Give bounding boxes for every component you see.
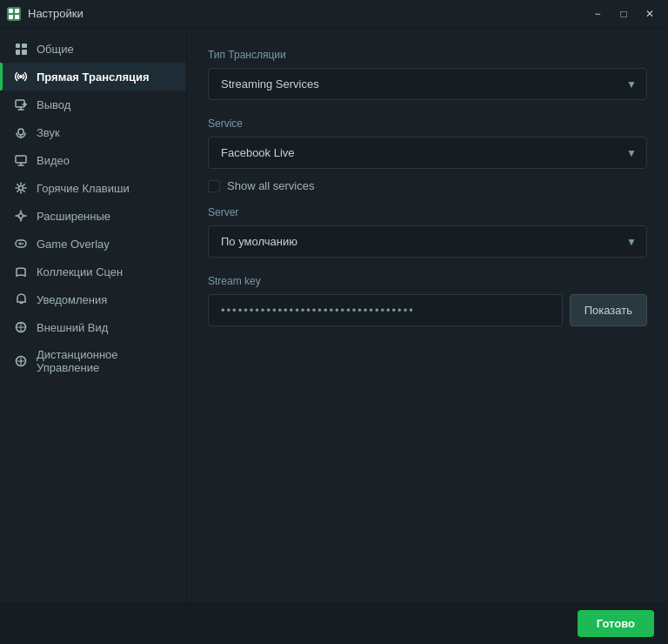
show-all-services-label[interactable]: Show all services (227, 179, 314, 192)
svg-rect-7 (16, 156, 26, 163)
server-section: Server По умолчанию ▼ (208, 206, 647, 258)
stream-key-row: Показать (208, 294, 647, 326)
stream-key-section: Stream key Показать (208, 275, 647, 326)
sidebar-item-collections[interactable]: Коллекции Сцен (0, 258, 186, 285)
sidebar: Общие Прямая Трансляция (0, 28, 187, 602)
svg-rect-5 (16, 100, 24, 107)
footer: Готово (0, 602, 668, 644)
monitor-icon (14, 153, 28, 167)
sidebar-label-appearance: Внешний Вид (37, 321, 108, 334)
advanced-icon (14, 209, 28, 223)
sidebar-label-gameoverlay: Game Overlay (37, 238, 110, 251)
svg-point-4 (19, 75, 23, 78)
titlebar-controls: − □ ✕ (586, 5, 661, 23)
grid-icon (14, 42, 28, 56)
svg-rect-2 (9, 15, 13, 19)
app-icon (7, 7, 21, 21)
service-section: Service Facebook Live Twitch YouTube / Y… (208, 117, 647, 169)
gamepad-icon (14, 237, 28, 251)
signal-icon (14, 70, 28, 84)
svg-rect-0 (9, 9, 13, 13)
gear-icon (14, 181, 28, 195)
service-wrapper: Facebook Live Twitch YouTube / YouTube G… (208, 137, 647, 169)
sidebar-label-general: Общие (37, 43, 74, 56)
sidebar-item-stream[interactable]: Прямая Трансляция (0, 63, 186, 91)
stream-type-section: Тип Трансляции Streaming Services Custom… (208, 49, 647, 100)
stream-key-input[interactable] (208, 294, 563, 326)
show-all-services-row: Show all services (208, 179, 647, 192)
audio-icon (14, 125, 28, 139)
svg-rect-3 (15, 15, 19, 19)
sidebar-item-video[interactable]: Видео (0, 146, 186, 174)
maximize-button[interactable]: □ (612, 5, 635, 23)
show-key-button[interactable]: Показать (570, 294, 647, 326)
sidebar-label-video: Видео (37, 154, 70, 167)
svg-point-11 (22, 243, 23, 245)
main-layout: Общие Прямая Трансляция (0, 28, 668, 602)
stream-type-select[interactable]: Streaming Services Custom RTMP Server Cu… (208, 68, 647, 100)
stream-key-label: Stream key (208, 275, 647, 287)
stream-type-wrapper: Streaming Services Custom RTMP Server Cu… (208, 68, 647, 100)
sidebar-item-appearance[interactable]: Внешний Вид (0, 313, 186, 341)
service-select[interactable]: Facebook Live Twitch YouTube / YouTube G… (208, 137, 647, 169)
server-select[interactable]: По умолчанию (208, 225, 647, 258)
show-all-services-checkbox[interactable] (208, 180, 220, 192)
service-label: Service (208, 117, 647, 130)
sidebar-label-hotkeys: Горячие Клавиши (37, 182, 130, 195)
titlebar: Настройки − □ ✕ (0, 0, 668, 28)
sidebar-label-audio: Звук (37, 126, 60, 139)
remote-icon (14, 354, 28, 368)
svg-rect-6 (18, 129, 23, 135)
display-icon (14, 320, 28, 334)
sidebar-item-hotkeys[interactable]: Горячие Клавиши (0, 174, 186, 202)
sidebar-item-general[interactable]: Общие (0, 35, 186, 63)
bell-icon (14, 292, 28, 306)
sidebar-label-collections: Коллекции Сцен (37, 265, 123, 278)
server-wrapper: По умолчанию ▼ (208, 225, 647, 258)
content-area: Тип Трансляции Streaming Services Custom… (187, 28, 668, 602)
sidebar-item-output[interactable]: Вывод (0, 91, 186, 118)
titlebar-left: Настройки (7, 7, 84, 21)
stream-type-label: Тип Трансляции (208, 49, 647, 61)
svg-point-8 (19, 186, 23, 191)
done-button[interactable]: Готово (578, 610, 654, 637)
collection-icon (14, 265, 28, 278)
minimize-button[interactable]: − (586, 5, 609, 23)
sidebar-label-notifications: Уведомления (37, 293, 107, 306)
sidebar-item-notifications[interactable]: Уведомления (0, 285, 186, 313)
close-button[interactable]: ✕ (638, 5, 661, 23)
sidebar-item-audio[interactable]: Звук (0, 118, 186, 146)
sidebar-label-advanced: Расширенные (37, 210, 110, 223)
svg-rect-1 (15, 9, 19, 13)
svg-point-9 (19, 214, 23, 218)
sidebar-item-advanced[interactable]: Расширенные (0, 202, 186, 230)
sidebar-label-stream: Прямая Трансляция (37, 70, 150, 84)
svg-point-14 (20, 360, 23, 363)
titlebar-title: Настройки (28, 7, 84, 20)
output-icon (14, 97, 28, 111)
sidebar-label-output: Вывод (37, 98, 70, 111)
sidebar-item-remote[interactable]: Дистанционное Управление (0, 341, 186, 381)
server-label: Server (208, 206, 647, 218)
sidebar-label-remote: Дистанционное Управление (37, 348, 172, 374)
sidebar-item-gameoverlay[interactable]: Game Overlay (0, 230, 186, 258)
